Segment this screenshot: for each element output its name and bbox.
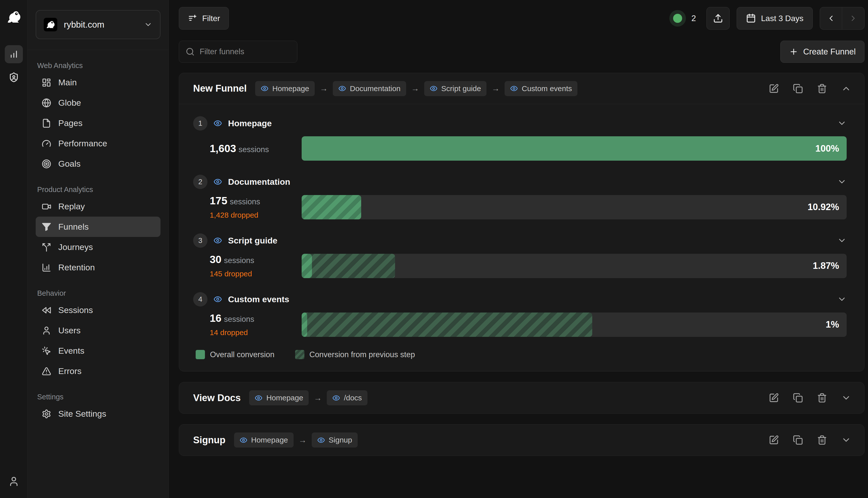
collapse-funnel-button[interactable] (841, 83, 851, 94)
funnel-step-4: 4 Custom events 16sessions 14 dropped (193, 291, 847, 337)
sidebar-item-retention[interactable]: Retention (36, 257, 160, 278)
step-expand-button[interactable] (837, 177, 847, 186)
sidebar-item-sessions[interactable]: Sessions (36, 300, 160, 320)
step-expand-button[interactable] (837, 236, 847, 245)
chevron-down-icon (837, 294, 847, 304)
search-input[interactable] (200, 47, 300, 56)
sessions-count: 30 (210, 253, 221, 265)
previous-step-conversion-bar (302, 254, 395, 278)
sidebar-item-goals[interactable]: Goals (36, 154, 160, 174)
step-number-badge: 3 (193, 233, 207, 248)
conversion-percent: 10.92% (808, 202, 839, 212)
section-label-settings: Settings (37, 393, 160, 401)
funnel-card-header: View Docs Homepage → /docs (179, 382, 864, 414)
site-favicon (44, 18, 57, 31)
step-badge: /docs (327, 390, 367, 405)
create-funnel-button[interactable]: Create Funnel (780, 41, 865, 63)
sidebar-item-globe[interactable]: Globe (36, 93, 160, 113)
conversion-percent: 1.87% (813, 261, 839, 271)
filter-button[interactable]: Filter (179, 7, 229, 30)
main-content: Filter 2 Last 3 Days C (169, 0, 868, 498)
conversion-percent: 1% (826, 319, 839, 330)
shield-user-icon (9, 72, 19, 82)
copy-icon (793, 83, 803, 94)
funnel-step-1: 1 Homepage 1,603sessions 100% (193, 115, 847, 161)
sidebar-item-pages[interactable]: Pages (36, 113, 160, 133)
chevron-down-icon (841, 435, 851, 445)
video-icon (42, 202, 51, 211)
funnel-card-header: Signup Homepage → Signup (179, 424, 864, 456)
rail-admin-button[interactable] (5, 68, 23, 86)
expand-funnel-button[interactable] (841, 393, 851, 403)
funnel-step-badges: Homepage → Documentation → Script guide … (255, 81, 578, 96)
sidebar-item-performance[interactable]: Performance (36, 133, 160, 154)
square-pen-icon (769, 393, 779, 403)
funnel-card-header: New Funnel Homepage → Documentation → Sc… (179, 73, 864, 104)
funnel-bar: 10.92% (302, 195, 847, 219)
step-expand-button[interactable] (837, 294, 847, 304)
rail-account-button[interactable] (8, 476, 20, 487)
rail-analytics-button[interactable] (5, 45, 23, 63)
delete-funnel-button[interactable] (817, 435, 827, 445)
site-name: rybbit.com (64, 19, 104, 30)
live-users-count: 2 (691, 14, 696, 23)
sidebar-item-site-settings[interactable]: Site Settings (36, 404, 160, 424)
sidebar-item-label: Users (58, 326, 81, 335)
eye-icon (338, 84, 346, 92)
live-users-badge[interactable]: 2 (669, 10, 696, 27)
copy-icon (793, 435, 803, 445)
file-icon (42, 118, 51, 128)
chevron-down-icon (837, 118, 847, 128)
step-badge: Script guide (424, 81, 487, 96)
share-button[interactable] (707, 7, 730, 30)
step-number-badge: 1 (193, 116, 207, 131)
edit-funnel-button[interactable] (769, 393, 779, 403)
previous-period-button[interactable] (820, 7, 842, 29)
site-selector[interactable]: rybbit.com (36, 10, 160, 39)
sidebar-item-errors[interactable]: Errors (36, 361, 160, 381)
plus-icon (789, 47, 798, 56)
legend-overall-conversion: Overall conversion (196, 350, 274, 359)
funnel-actions (769, 393, 851, 403)
sessions-count: 16 (210, 312, 221, 324)
sidebar-item-main[interactable]: Main (36, 72, 160, 93)
expand-funnel-button[interactable] (841, 435, 851, 445)
funnel-icon (42, 222, 51, 232)
sidebar-item-journeys[interactable]: Journeys (36, 237, 160, 257)
eye-icon (332, 394, 340, 402)
search-icon (185, 47, 195, 56)
sidebar-item-funnels[interactable]: Funnels (36, 217, 160, 237)
sidebar-item-users[interactable]: Users (36, 320, 160, 341)
delete-funnel-button[interactable] (817, 83, 827, 94)
step-stats: 1,603sessions (193, 143, 302, 155)
edit-funnel-button[interactable] (769, 83, 779, 94)
step-badge: Homepage (255, 81, 315, 96)
sidebar-item-label: Main (58, 78, 77, 87)
eye-icon (213, 295, 222, 303)
gear-icon (42, 409, 51, 419)
sessions-label: sessions (230, 197, 260, 206)
sidebar-item-events[interactable]: Events (36, 341, 160, 361)
delete-funnel-button[interactable] (817, 393, 827, 403)
eye-icon (430, 84, 438, 92)
section-label-behavior: Behavior (37, 289, 160, 298)
eye-icon (213, 119, 222, 128)
funnel-card-new-funnel: New Funnel Homepage → Documentation → Sc… (179, 73, 865, 371)
sidebar-item-label: Sessions (58, 305, 93, 315)
target-icon (42, 159, 51, 169)
edit-funnel-button[interactable] (769, 435, 779, 445)
step-expand-button[interactable] (837, 118, 847, 128)
funnel-search[interactable] (179, 41, 297, 63)
duplicate-funnel-button[interactable] (793, 435, 803, 445)
overall-conversion-bar (302, 136, 847, 161)
step-badge: Homepage (234, 432, 294, 447)
trash-icon (817, 435, 827, 445)
next-period-button[interactable] (842, 7, 864, 29)
step-badge: Custom events (505, 81, 578, 96)
date-range-button[interactable]: Last 3 Days (737, 7, 813, 30)
sidebar-item-replay[interactable]: Replay (36, 196, 160, 217)
duplicate-funnel-button[interactable] (793, 393, 803, 403)
sidebar-item-label: Site Settings (58, 409, 106, 419)
duplicate-funnel-button[interactable] (793, 83, 803, 94)
calendar-icon (746, 13, 756, 23)
